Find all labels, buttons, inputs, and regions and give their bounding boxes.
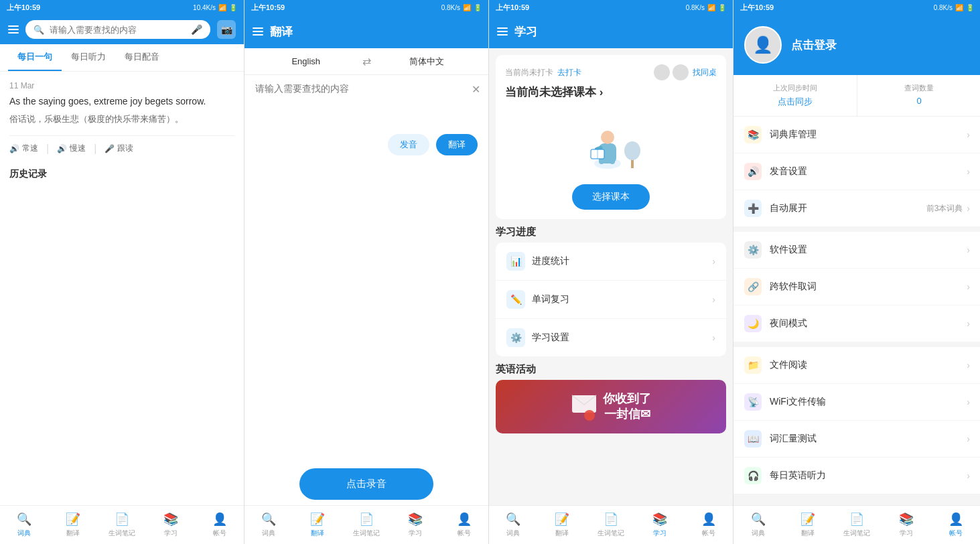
nav-dictionary-4[interactable]: 🔍 词典 bbox=[733, 506, 783, 544]
search-input-1[interactable] bbox=[50, 25, 186, 35]
select-book-button[interactable]: 选择课本 bbox=[572, 184, 650, 210]
play-pronunciation-button[interactable]: 发音 bbox=[388, 134, 429, 155]
audio-slow-speed[interactable]: 🔊 慢速 bbox=[57, 143, 86, 154]
letter-svg bbox=[571, 390, 598, 423]
p4-menu-group-3: 📁 文件阅读 › 📡 WiFi文件传输 › 📖 词汇量测试 › bbox=[733, 347, 980, 494]
p1-content: 11 Mar As the saying goes, extreme joy b… bbox=[0, 72, 244, 505]
nav-label-dict-1: 词典 bbox=[17, 529, 31, 538]
word-review-item[interactable]: ✏️ 单词复习 › bbox=[496, 281, 726, 319]
nav-notes-4[interactable]: 📄 生词笔记 bbox=[833, 506, 882, 544]
software-settings-icon: ⚙️ bbox=[744, 241, 762, 259]
battery-icon-1: 🔋 bbox=[229, 4, 237, 11]
user-avatar[interactable]: 👤 bbox=[744, 26, 782, 64]
file-reading-label: 文件阅读 bbox=[770, 359, 807, 371]
nav-study-3[interactable]: 📚 学习 bbox=[635, 506, 684, 544]
nav-study-1[interactable]: 📚 学习 bbox=[146, 506, 195, 544]
clear-input-icon[interactable]: ✕ bbox=[472, 83, 480, 96]
nav-translate-2[interactable]: 📝 翻译 bbox=[293, 506, 342, 544]
nav-translate-4[interactable]: 📝 翻译 bbox=[783, 506, 833, 544]
tab-daily-listening[interactable]: 每日听力 bbox=[62, 44, 115, 71]
nav-label-dict-3: 词典 bbox=[506, 529, 520, 538]
progress-stats-item[interactable]: 📊 进度统计 › bbox=[496, 243, 726, 281]
nav-study-2[interactable]: 📚 学习 bbox=[391, 506, 439, 544]
sync-value[interactable]: 点击同步 bbox=[742, 96, 849, 108]
p1-search-bar[interactable]: 🔍 🎤 bbox=[25, 20, 210, 39]
nav-icon-notes-3: 📄 bbox=[604, 512, 618, 527]
file-reading-icon: 📁 bbox=[744, 356, 762, 374]
wifi-icon-2: 📶 bbox=[463, 4, 471, 11]
mic-icon-1[interactable]: 🎤 bbox=[191, 24, 202, 35]
nav-account-2[interactable]: 👤 帐号 bbox=[439, 506, 488, 544]
progress-stats-label: 进度统计 bbox=[532, 255, 569, 267]
find-desk-link[interactable]: 找同桌 bbox=[693, 67, 717, 78]
night-mode-arrow: › bbox=[967, 318, 970, 329]
auto-expand-icon: ➕ bbox=[744, 200, 762, 217]
activity-title: 英语活动 bbox=[496, 363, 726, 376]
nav-icon-study-1: 📚 bbox=[163, 512, 178, 527]
hamburger-icon-1[interactable] bbox=[8, 25, 19, 33]
study-settings-icon: ⚙️ bbox=[506, 328, 525, 347]
wifi-icon-1: 📶 bbox=[218, 4, 226, 11]
nav-dictionary-2[interactable]: 🔍 词典 bbox=[244, 506, 293, 544]
tab-daily-sentence[interactable]: 每日一句 bbox=[8, 44, 62, 71]
follow-read-label: 跟读 bbox=[117, 143, 133, 154]
file-reading-item[interactable]: 📁 文件阅读 › bbox=[733, 347, 980, 384]
nav-account-4[interactable]: 👤 帐号 bbox=[931, 506, 980, 544]
battery-icon-3: 🔋 bbox=[718, 4, 726, 11]
nav-notes-3[interactable]: 📄 生词笔记 bbox=[587, 506, 636, 544]
audio-controls: 🔊 常速 | 🔊 慢速 | 🎤 跟读 bbox=[9, 135, 234, 161]
nav-dictionary-1[interactable]: 🔍 词典 bbox=[0, 506, 49, 544]
source-lang-label[interactable]: English bbox=[255, 56, 357, 66]
tab-daily-dubbing[interactable]: 每日配音 bbox=[115, 44, 169, 71]
status-bar-4: 上午10:59 0.8K/s 📶 🔋 bbox=[733, 0, 980, 15]
status-bar-1: 上午10:59 10.4K/s 📶 🔋 bbox=[0, 0, 244, 15]
dict-library-item[interactable]: 📚 词典库管理 › bbox=[733, 117, 980, 153]
nav-icon-trans-1: 📝 bbox=[66, 512, 80, 527]
activity-banner[interactable]: 你收到了一封信✉ bbox=[496, 380, 726, 433]
record-button[interactable]: 点击录音 bbox=[299, 468, 433, 500]
nav-translate-1[interactable]: 📝 翻译 bbox=[49, 506, 98, 544]
nav-account-1[interactable]: 👤 帐号 bbox=[195, 506, 244, 544]
p4-stats: 上次同步时间 点击同步 查词数量 0 bbox=[733, 75, 980, 117]
p2-header: 翻译 bbox=[244, 15, 488, 48]
cross-app-item[interactable]: 🔗 跨软件取词 › bbox=[733, 269, 980, 305]
nav-icon-acct-4: 👤 bbox=[949, 512, 963, 527]
study-settings-item[interactable]: ⚙️ 学习设置 › bbox=[496, 319, 726, 356]
auto-expand-item[interactable]: ➕ 自动展开 前3本词典 › bbox=[733, 190, 980, 226]
nav-icon-trans-4: 📝 bbox=[800, 512, 815, 527]
nav-icon-acct-3: 👤 bbox=[701, 512, 716, 527]
sentence-date: 11 Mar bbox=[9, 81, 234, 90]
translate-input[interactable] bbox=[255, 83, 478, 123]
daily-listening-arrow: › bbox=[967, 470, 970, 481]
nav-account-3[interactable]: 👤 帐号 bbox=[684, 506, 733, 544]
nav-dictionary-3[interactable]: 🔍 词典 bbox=[489, 506, 538, 544]
checkin-link[interactable]: 去打卡 bbox=[557, 67, 581, 78]
voice-settings-item[interactable]: 🔊 发音设置 › bbox=[733, 153, 980, 190]
choose-book[interactable]: 当前尚未选择课本 › bbox=[505, 84, 717, 100]
target-lang-label[interactable]: 简体中文 bbox=[376, 56, 478, 68]
nav-label-dict-4: 词典 bbox=[752, 529, 765, 538]
night-mode-item[interactable]: 🌙 夜间模式 › bbox=[733, 305, 980, 342]
login-text[interactable]: 点击登录 bbox=[791, 38, 837, 53]
lang-swap-icon[interactable]: ⇄ bbox=[362, 55, 371, 68]
wifi-icon-3: 📶 bbox=[707, 4, 715, 11]
battery-icon-2: 🔋 bbox=[474, 4, 482, 11]
translate-button[interactable]: 翻译 bbox=[436, 134, 478, 155]
camera-icon-1[interactable]: 📷 bbox=[217, 20, 236, 39]
nav-label-study-1: 学习 bbox=[164, 529, 178, 538]
dict-library-icon: 📚 bbox=[744, 126, 762, 143]
software-settings-item[interactable]: ⚙️ 软件设置 › bbox=[733, 232, 980, 269]
nav-notes-2[interactable]: 📄 生词笔记 bbox=[342, 506, 391, 544]
voice-settings-arrow: › bbox=[967, 166, 970, 177]
time-1: 上午10:59 bbox=[7, 3, 40, 13]
nav-study-4[interactable]: 📚 学习 bbox=[882, 506, 931, 544]
hamburger-icon-3[interactable] bbox=[497, 27, 508, 36]
audio-follow-read[interactable]: 🎤 跟读 bbox=[104, 143, 133, 154]
hamburger-icon-2[interactable] bbox=[253, 27, 263, 36]
audio-normal-speed[interactable]: 🔊 常速 bbox=[9, 143, 38, 154]
nav-notes-1[interactable]: 📄 生词笔记 bbox=[98, 506, 147, 544]
daily-listening-item[interactable]: 🎧 每日英语听力 › bbox=[733, 458, 980, 494]
nav-translate-3[interactable]: 📝 翻译 bbox=[538, 506, 587, 544]
vocab-test-item[interactable]: 📖 词汇量测试 › bbox=[733, 421, 980, 458]
wifi-transfer-item[interactable]: 📡 WiFi文件传输 › bbox=[733, 384, 980, 421]
